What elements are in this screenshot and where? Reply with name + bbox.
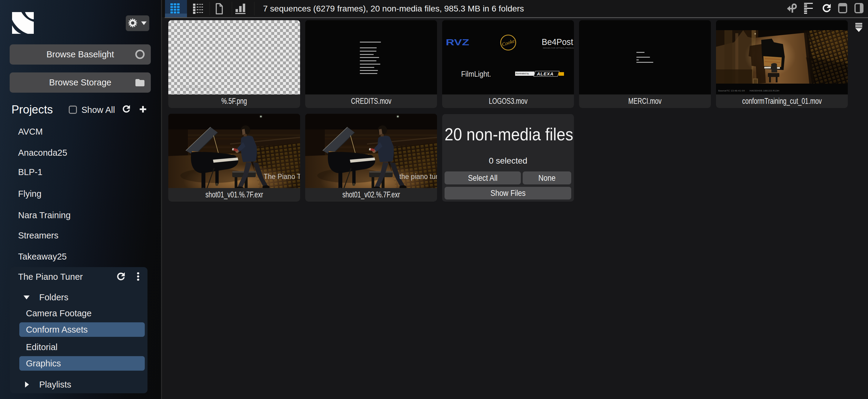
svg-text:Cooke: Cooke	[501, 38, 516, 48]
svg-text:the piano tune: the piano tune	[399, 173, 437, 180]
svg-text:The Piano Tun: The Piano Tun	[264, 173, 300, 180]
